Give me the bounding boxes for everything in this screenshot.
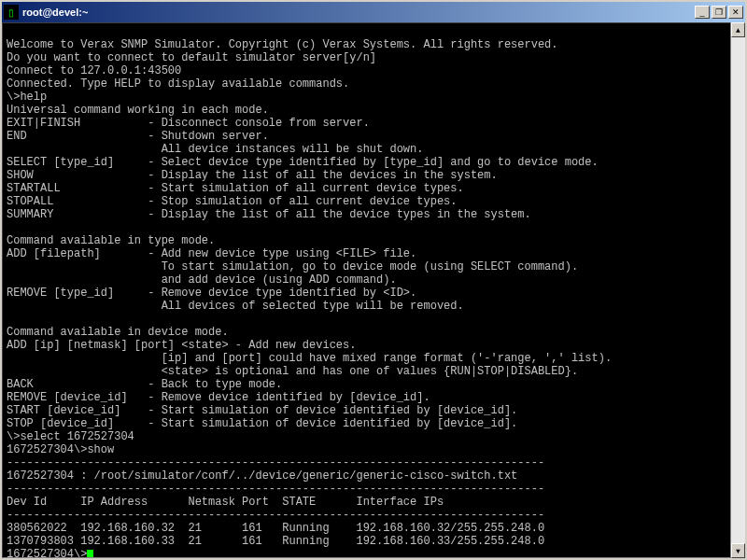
prompt: 1672527304\> xyxy=(7,548,87,558)
close-button[interactable]: ✕ xyxy=(728,6,743,19)
help-summary: SUMMARY - Display the list of all the de… xyxy=(7,208,531,221)
line-connect-to: Connect to 127.0.0.1:43500 xyxy=(7,64,181,77)
help-devstop: STOP [device_id] - Start simulation of d… xyxy=(7,417,517,430)
cmd-select: \>select 1672527304 xyxy=(7,430,134,443)
minimize-button[interactable]: _ xyxy=(695,6,710,19)
scrollbar[interactable]: ▲ ▼ xyxy=(730,22,745,558)
terminal-window: ▯ root@devel:~ _ ❐ ✕ Welcome to Verax SN… xyxy=(0,0,747,560)
help-startall: STARTALL - Start simulation of all curre… xyxy=(7,182,464,195)
hdr-devmode: Command available in device mode. xyxy=(7,326,229,339)
help-devstart: START [device_id] - Start simulation of … xyxy=(7,404,517,417)
help-exit: EXIT|FINISH - Disconnect console from se… xyxy=(7,117,370,130)
help-add-3: and add device (using ADD command). xyxy=(7,273,397,287)
line-connected: Connected. Type HELP to display availabl… xyxy=(7,77,349,91)
cursor-icon xyxy=(87,550,93,558)
help-add-2: To start simulation, go to device mode (… xyxy=(7,260,578,273)
help-select: SELECT [type_id] - Select device type id… xyxy=(7,156,599,169)
help-back: BACK - Back to type mode. xyxy=(7,378,282,391)
device-path: 1672527304 : /root/simulator/conf/../dev… xyxy=(7,469,517,483)
help-end-2: All device instances will be shut down. xyxy=(7,143,423,156)
scroll-up-button[interactable]: ▲ xyxy=(731,22,745,37)
titlebar: ▯ root@devel:~ _ ❐ ✕ xyxy=(2,2,745,22)
line-connect-prompt: Do you want to connect to default simula… xyxy=(7,51,376,64)
maximize-button[interactable]: ❐ xyxy=(712,6,726,19)
divider-2: ----------------------------------------… xyxy=(7,483,544,496)
help-remove-2: All devices of selected type will be rem… xyxy=(7,300,464,313)
hdr-universal: Universal command working in each mode. xyxy=(7,104,269,117)
help-devadd-3: <state> is optional and has one of value… xyxy=(7,365,578,378)
help-devadd-1: ADD [ip] [netmask] [port] <state> - Add … xyxy=(7,339,356,352)
cmd-help: \>help xyxy=(7,91,47,104)
help-devadd-2: [ip] and [port] could have mixed range f… xyxy=(7,352,612,365)
table-row: 1370793803 192.168.160.33 21 161 Running… xyxy=(7,535,544,548)
help-stopall: STOPALL - Stop simulation of all current… xyxy=(7,195,457,208)
help-devremove: REMOVE [device_id] - Remove device ident… xyxy=(7,391,430,404)
divider-1: ----------------------------------------… xyxy=(7,456,544,469)
table-row: 380562022 192.168.160.32 21 161 Running … xyxy=(7,522,544,535)
putty-icon: ▯ xyxy=(4,5,19,20)
cmd-show: 1672527304\>show xyxy=(7,443,114,456)
help-remove-1: REMOVE [type_id] - Remove device type id… xyxy=(7,287,416,300)
scroll-track[interactable] xyxy=(731,37,745,543)
table-header: Dev Id IP Address Netmask Port STATE Int… xyxy=(7,496,444,509)
help-add-1: ADD [filepath] - Add new device type usi… xyxy=(7,247,416,260)
help-end: END - Shutdown server. xyxy=(7,130,269,143)
hdr-typemode: Command available in type mode. xyxy=(7,234,215,247)
window-title: root@devel:~ xyxy=(22,7,695,18)
window-buttons: _ ❐ ✕ xyxy=(695,6,743,19)
help-show: SHOW - Display the list of all the devic… xyxy=(7,169,498,182)
scroll-down-button[interactable]: ▼ xyxy=(731,543,745,558)
terminal-output[interactable]: Welcome to Verax SNMP Simulator. Copyrig… xyxy=(2,22,745,558)
line-welcome: Welcome to Verax SNMP Simulator. Copyrig… xyxy=(7,38,558,51)
divider-3: ----------------------------------------… xyxy=(7,509,544,522)
